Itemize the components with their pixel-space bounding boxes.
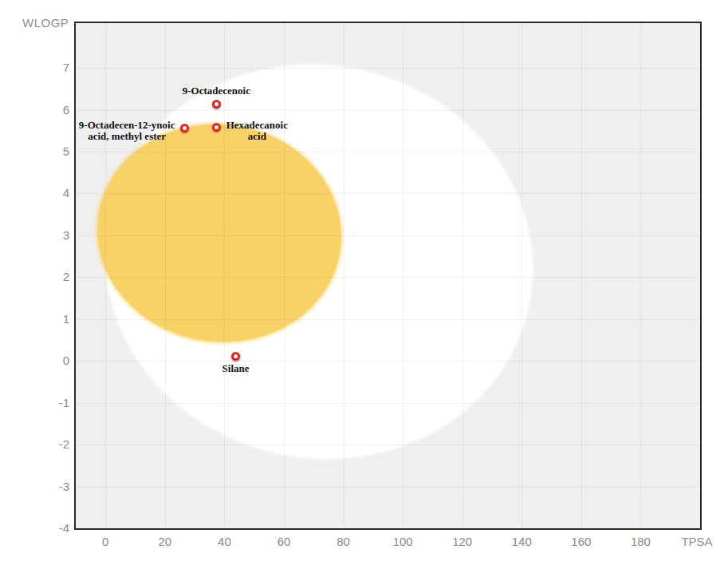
- gridline-y--4: [76, 528, 700, 529]
- gridline-y-4: [76, 193, 700, 194]
- gridline-y--3: [76, 487, 700, 488]
- y-tick-label-6: 6: [22, 103, 69, 117]
- gridline-y-1: [76, 319, 700, 320]
- gridline-x-80: [344, 23, 344, 528]
- gridline-y--1: [76, 403, 700, 404]
- x-tick-label-160: 160: [557, 535, 605, 548]
- gridline-x-0: [105, 23, 106, 528]
- data-point-label: Hexadecanoicacid: [226, 120, 288, 142]
- x-tick-label-40: 40: [200, 535, 248, 548]
- boiled-egg-plot: WLOGP 9-OctadecenoicHexadecanoicacid9-Oc…: [0, 0, 728, 561]
- data-point-3[interactable]: [231, 352, 240, 361]
- gridline-y-6: [76, 110, 700, 111]
- gridline-x-20: [165, 23, 166, 528]
- data-point-0[interactable]: [212, 100, 221, 109]
- gridline-y-2: [76, 277, 700, 278]
- x-tick-label-80: 80: [320, 535, 368, 548]
- y-tick-label-4: 4: [22, 186, 69, 200]
- gridline-x-140: [521, 23, 522, 528]
- data-point-label: 9-Octadecenoic: [183, 85, 250, 97]
- x-tick-label-120: 120: [439, 535, 486, 548]
- x-tick-label-60: 60: [260, 535, 308, 548]
- gridline-y-3: [76, 235, 700, 236]
- y-tick-label-2: 2: [22, 270, 69, 284]
- x-tick-label-180: 180: [616, 535, 664, 548]
- y-tick-label--1: -1: [22, 396, 69, 410]
- x-tick-label-0: 0: [81, 535, 129, 548]
- x-axis-label: TPSA: [673, 535, 721, 548]
- gridline-x-40: [224, 23, 225, 528]
- y-tick-label-3: 3: [22, 228, 69, 243]
- gridline-x-100: [403, 23, 403, 528]
- gridline-y--2: [76, 444, 700, 445]
- gridline-x-180: [640, 23, 641, 528]
- x-tick-label-100: 100: [379, 535, 427, 548]
- data-point-2[interactable]: [180, 124, 189, 132]
- y-tick-label--2: -2: [22, 437, 69, 452]
- plot-area: 9-OctadecenoicHexadecanoicacid9-Octadece…: [74, 22, 702, 530]
- gridline-y-5: [76, 152, 700, 152]
- gridline-x-60: [284, 23, 285, 528]
- y-tick-label-5: 5: [22, 144, 69, 159]
- gridline-y-7: [76, 68, 700, 69]
- y-tick-label-7: 7: [22, 61, 69, 75]
- y-tick-label--4: -4: [22, 521, 69, 535]
- y-tick-label--3: -3: [22, 480, 69, 494]
- data-point-label: 9-Octadecen-12-ynoicacid, methyl ester: [79, 120, 175, 142]
- data-point-label: Silane: [222, 363, 250, 374]
- gridline-x-160: [581, 23, 582, 528]
- x-tick-label-20: 20: [141, 535, 189, 548]
- x-tick-label-140: 140: [498, 535, 545, 548]
- y-axis-label: WLOGP: [22, 16, 69, 30]
- y-tick-label-1: 1: [22, 312, 69, 326]
- gridline-y-0: [76, 361, 700, 361]
- y-tick-label-0: 0: [22, 354, 69, 368]
- gridline-x-120: [462, 23, 463, 528]
